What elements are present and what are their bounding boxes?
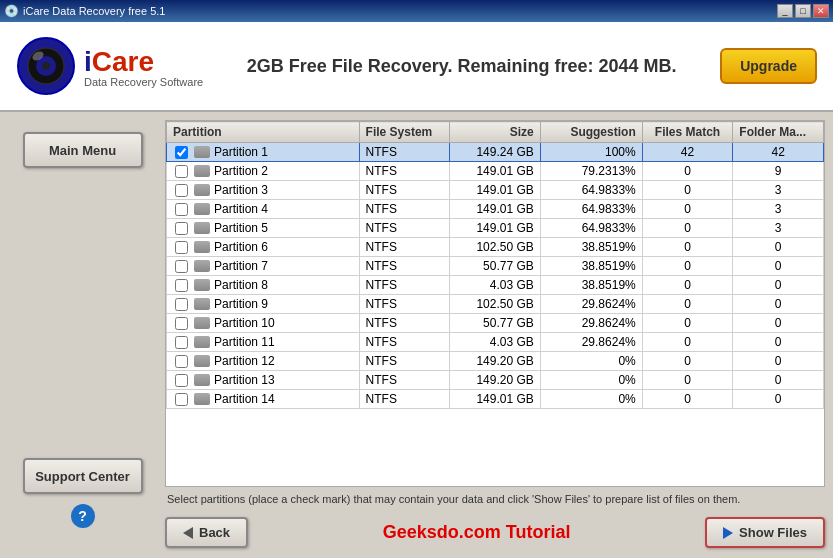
drive-icon bbox=[194, 146, 210, 158]
table-row[interactable]: Partition 9NTFS102.50 GB29.8624%00 bbox=[167, 295, 824, 314]
partition-checkbox[interactable] bbox=[175, 222, 188, 235]
partition-checkbox[interactable] bbox=[175, 279, 188, 292]
support-center-button[interactable]: Support Center bbox=[23, 458, 143, 494]
partition-suggestion: 64.9833% bbox=[540, 200, 642, 219]
partition-size: 102.50 GB bbox=[450, 238, 541, 257]
partition-checkbox[interactable] bbox=[175, 374, 188, 387]
title-bar-left: 💿 iCare Data Recovery free 5.1 bbox=[4, 4, 165, 18]
partition-checkbox[interactable] bbox=[175, 203, 188, 216]
drive-icon bbox=[194, 317, 210, 329]
partition-checkbox[interactable] bbox=[175, 184, 188, 197]
partition-suggestion: 29.8624% bbox=[540, 333, 642, 352]
partition-size: 149.01 GB bbox=[450, 390, 541, 409]
table-row[interactable]: Partition 11NTFS4.03 GB29.8624%00 bbox=[167, 333, 824, 352]
partition-checkbox[interactable] bbox=[175, 165, 188, 178]
close-button[interactable]: ✕ bbox=[813, 4, 829, 18]
partition-size: 4.03 GB bbox=[450, 333, 541, 352]
table-row[interactable]: Partition 5NTFS149.01 GB64.9833%03 bbox=[167, 219, 824, 238]
table-row[interactable]: Partition 3NTFS149.01 GB64.9833%03 bbox=[167, 181, 824, 200]
col-header-folders[interactable]: Folder Ma... bbox=[733, 122, 824, 143]
partition-fs: NTFS bbox=[359, 390, 450, 409]
partition-folder-match: 3 bbox=[733, 200, 824, 219]
sidebar-bottom: Support Center ? bbox=[23, 458, 143, 528]
partition-checkbox[interactable] bbox=[175, 146, 188, 159]
drive-icon bbox=[194, 203, 210, 215]
col-header-filesystem[interactable]: File System bbox=[359, 122, 450, 143]
partition-fs: NTFS bbox=[359, 371, 450, 390]
col-header-partition[interactable]: Partition bbox=[167, 122, 360, 143]
partition-suggestion: 0% bbox=[540, 352, 642, 371]
partition-checkbox[interactable] bbox=[175, 260, 188, 273]
partition-name: Partition 7 bbox=[214, 259, 268, 273]
partition-folder-match: 3 bbox=[733, 219, 824, 238]
minimize-button[interactable]: _ bbox=[777, 4, 793, 18]
main-window: iCare Data Recovery Software 2GB Free Fi… bbox=[0, 22, 833, 558]
logo-icare-text: iCare bbox=[84, 44, 203, 76]
col-header-suggestion[interactable]: Suggestion bbox=[540, 122, 642, 143]
partition-checkbox[interactable] bbox=[175, 336, 188, 349]
table-scroll[interactable]: Partition File System Size Suggestion Fi… bbox=[166, 121, 824, 486]
drive-icon bbox=[194, 165, 210, 177]
table-row[interactable]: Partition 4NTFS149.01 GB64.9833%03 bbox=[167, 200, 824, 219]
title-bar-controls[interactable]: _ □ ✕ bbox=[777, 4, 829, 18]
partition-name: Partition 4 bbox=[214, 202, 268, 216]
partition-folder-match: 0 bbox=[733, 390, 824, 409]
partition-name: Partition 8 bbox=[214, 278, 268, 292]
partition-fs: NTFS bbox=[359, 352, 450, 371]
table-row[interactable]: Partition 10NTFS50.77 GB29.8624%00 bbox=[167, 314, 824, 333]
partition-fs: NTFS bbox=[359, 333, 450, 352]
table-row[interactable]: Partition 7NTFS50.77 GB38.8519%00 bbox=[167, 257, 824, 276]
partition-tbody: Partition 1NTFS149.24 GB100%4242Partitio… bbox=[167, 143, 824, 409]
partition-size: 149.01 GB bbox=[450, 219, 541, 238]
partition-checkbox[interactable] bbox=[175, 317, 188, 330]
partition-fs: NTFS bbox=[359, 143, 450, 162]
partition-fs: NTFS bbox=[359, 276, 450, 295]
partition-folder-match: 0 bbox=[733, 314, 824, 333]
partition-checkbox[interactable] bbox=[175, 298, 188, 311]
partition-folder-match: 0 bbox=[733, 238, 824, 257]
main-menu-button[interactable]: Main Menu bbox=[23, 132, 143, 168]
partition-name: Partition 6 bbox=[214, 240, 268, 254]
partition-name: Partition 9 bbox=[214, 297, 268, 311]
partition-folder-match: 0 bbox=[733, 371, 824, 390]
back-button[interactable]: Back bbox=[165, 517, 248, 548]
partition-size: 149.01 GB bbox=[450, 181, 541, 200]
partition-name: Partition 14 bbox=[214, 392, 275, 406]
partition-fs: NTFS bbox=[359, 181, 450, 200]
partition-files-match: 0 bbox=[642, 314, 733, 333]
partition-files-match: 0 bbox=[642, 238, 733, 257]
table-row[interactable]: Partition 8NTFS4.03 GB38.8519%00 bbox=[167, 276, 824, 295]
drive-icon bbox=[194, 336, 210, 348]
table-row[interactable]: Partition 2NTFS149.01 GB79.2313%09 bbox=[167, 162, 824, 181]
drive-icon bbox=[194, 374, 210, 386]
table-row[interactable]: Partition 6NTFS102.50 GB38.8519%00 bbox=[167, 238, 824, 257]
partition-files-match: 42 bbox=[642, 143, 733, 162]
partition-fs: NTFS bbox=[359, 162, 450, 181]
show-files-button[interactable]: Show Files bbox=[705, 517, 825, 548]
main-panel: Partition File System Size Suggestion Fi… bbox=[165, 112, 833, 558]
table-row[interactable]: Partition 1NTFS149.24 GB100%4242 bbox=[167, 143, 824, 162]
partition-suggestion: 29.8624% bbox=[540, 314, 642, 333]
partition-checkbox[interactable] bbox=[175, 241, 188, 254]
bottom-buttons: Back Geeksdo.com Tutorial Show Files bbox=[165, 513, 825, 552]
partition-suggestion: 38.8519% bbox=[540, 238, 642, 257]
partition-name: Partition 11 bbox=[214, 335, 275, 349]
table-row[interactable]: Partition 14NTFS149.01 GB0%00 bbox=[167, 390, 824, 409]
drive-icon bbox=[194, 260, 210, 272]
col-header-files[interactable]: Files Match bbox=[642, 122, 733, 143]
help-button[interactable]: ? bbox=[71, 504, 95, 528]
partition-suggestion: 38.8519% bbox=[540, 257, 642, 276]
partition-files-match: 0 bbox=[642, 200, 733, 219]
drive-icon bbox=[194, 279, 210, 291]
partition-suggestion: 64.9833% bbox=[540, 181, 642, 200]
partition-checkbox[interactable] bbox=[175, 355, 188, 368]
maximize-button[interactable]: □ bbox=[795, 4, 811, 18]
table-row[interactable]: Partition 12NTFS149.20 GB0%00 bbox=[167, 352, 824, 371]
col-header-size[interactable]: Size bbox=[450, 122, 541, 143]
content-area: Main Menu Support Center ? Partition Fil… bbox=[0, 112, 833, 558]
upgrade-button[interactable]: Upgrade bbox=[720, 48, 817, 84]
partition-size: 50.77 GB bbox=[450, 257, 541, 276]
partition-fs: NTFS bbox=[359, 257, 450, 276]
partition-checkbox[interactable] bbox=[175, 393, 188, 406]
table-row[interactable]: Partition 13NTFS149.20 GB0%00 bbox=[167, 371, 824, 390]
